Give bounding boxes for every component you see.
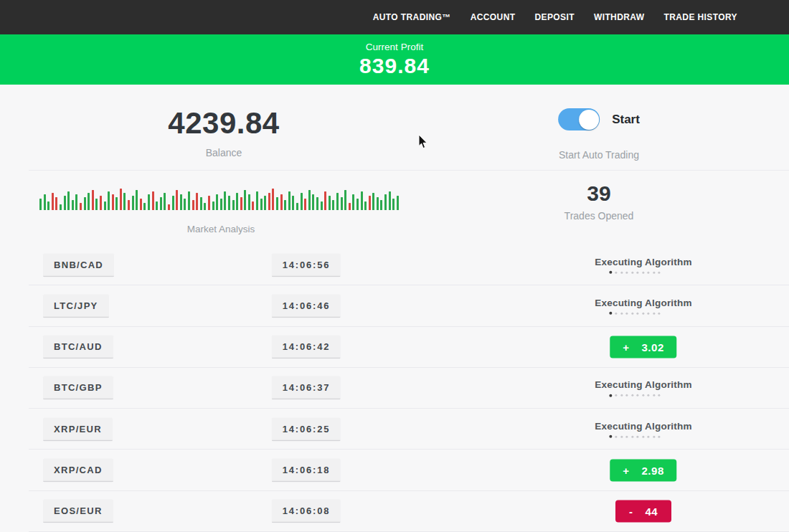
- stats-section: 4239.84 Balance Start Start Auto Trading…: [0, 85, 789, 244]
- pair-badge: BTC/GBP: [43, 376, 113, 400]
- market-analysis-block: Market Analysis: [0, 170, 445, 244]
- result-value: 2.98: [642, 465, 664, 477]
- trades-opened-block: 39 Trades Opened: [564, 181, 634, 222]
- executing-label: Executing Algorithm: [595, 256, 691, 267]
- table-row: LTC/JPY 14:06:46 Executing Algorithm: [0, 285, 789, 326]
- nav-item-auto-trading[interactable]: AUTO TRADING™: [373, 12, 451, 22]
- executing-label: Executing Algorithm: [595, 421, 691, 432]
- pair-badge: XRP/CAD: [43, 459, 113, 483]
- executing-status: Executing Algorithm: [595, 421, 691, 439]
- toggle-knob: [579, 110, 599, 130]
- executing-label: Executing Algorithm: [595, 298, 691, 308]
- result-value: 3.02: [642, 341, 664, 353]
- result-sign: +: [623, 465, 629, 477]
- market-analysis-chart: [39, 187, 402, 210]
- time-badge: 14:06:18: [272, 459, 341, 483]
- result-badge: + 3.02: [610, 336, 676, 358]
- result-badge: + 2.98: [610, 460, 676, 482]
- nav-item-trade-history[interactable]: TRADE HISTORY: [663, 12, 737, 22]
- nav-item-account[interactable]: ACCOUNT: [471, 12, 516, 22]
- current-profit-banner: Current Profit 839.84: [0, 34, 789, 85]
- balance-value: 4239.84: [168, 106, 279, 141]
- trades-opened-value: 39: [564, 181, 634, 206]
- pair-badge: BTC/AUD: [43, 336, 113, 359]
- table-row: EOS/EUR 14:06:08 - 44: [0, 491, 789, 532]
- executing-status: Executing Algorithm: [595, 379, 691, 397]
- loading-dots: [586, 313, 683, 315]
- result-sign: +: [623, 341, 629, 353]
- current-profit-value: 839.84: [359, 54, 430, 78]
- auto-trading-caption: Start Auto Trading: [558, 149, 640, 161]
- table-row: BNB/CAD 14:06:56 Executing Algorithm: [0, 244, 789, 285]
- auto-trading-toggle[interactable]: [558, 108, 600, 130]
- toggle-start-label: Start: [612, 113, 640, 127]
- time-badge: 14:06:37: [272, 376, 341, 400]
- time-badge: 14:06:08: [272, 500, 341, 523]
- time-badge: 14:06:46: [272, 294, 341, 318]
- trades-table: BNB/CAD 14:06:56 Executing Algorithm LTC…: [0, 244, 789, 532]
- balance-label: Balance: [168, 147, 279, 158]
- table-row: BTC/AUD 14:06:42 + 3.02: [0, 327, 789, 368]
- pair-badge: XRP/EUR: [43, 417, 113, 441]
- balance-block: 4239.84 Balance: [168, 106, 279, 158]
- loading-dots: [586, 436, 683, 439]
- executing-status: Executing Algorithm: [595, 298, 691, 315]
- nav-item-deposit[interactable]: DEPOSIT: [534, 12, 574, 22]
- loading-dots: [586, 271, 683, 274]
- executing-status: Executing Algorithm: [595, 256, 691, 274]
- loading-dots: [586, 394, 683, 397]
- result-sign: -: [629, 505, 633, 518]
- result-badge: - 44: [615, 500, 671, 523]
- pair-badge: EOS/EUR: [43, 500, 113, 523]
- auto-trading-page: AUTO TRADING™ ACCOUNT DEPOSIT WITHDRAW T…: [0, 0, 789, 532]
- executing-label: Executing Algorithm: [595, 379, 691, 390]
- pair-badge: LTC/JPY: [43, 294, 109, 318]
- time-badge: 14:06:42: [272, 336, 341, 359]
- market-analysis-label: Market Analysis: [187, 224, 255, 234]
- result-value: 44: [645, 505, 658, 518]
- top-navigation: AUTO TRADING™ ACCOUNT DEPOSIT WITHDRAW T…: [0, 0, 789, 34]
- table-row: XRP/CAD 14:06:18 + 2.98: [0, 450, 789, 490]
- time-badge: 14:06:56: [272, 253, 341, 277]
- nav-item-withdraw[interactable]: WITHDRAW: [594, 12, 645, 22]
- auto-trading-block: Start Start Auto Trading: [558, 108, 640, 161]
- pair-badge: BNB/CAD: [43, 253, 114, 277]
- trades-opened-label: Trades Opened: [564, 210, 634, 222]
- table-row: XRP/EUR 14:06:25 Executing Algorithm: [0, 409, 789, 450]
- current-profit-label: Current Profit: [366, 42, 423, 52]
- time-badge: 14:06:25: [272, 417, 341, 441]
- table-row: BTC/GBP 14:06:37 Executing Algorithm: [0, 368, 789, 409]
